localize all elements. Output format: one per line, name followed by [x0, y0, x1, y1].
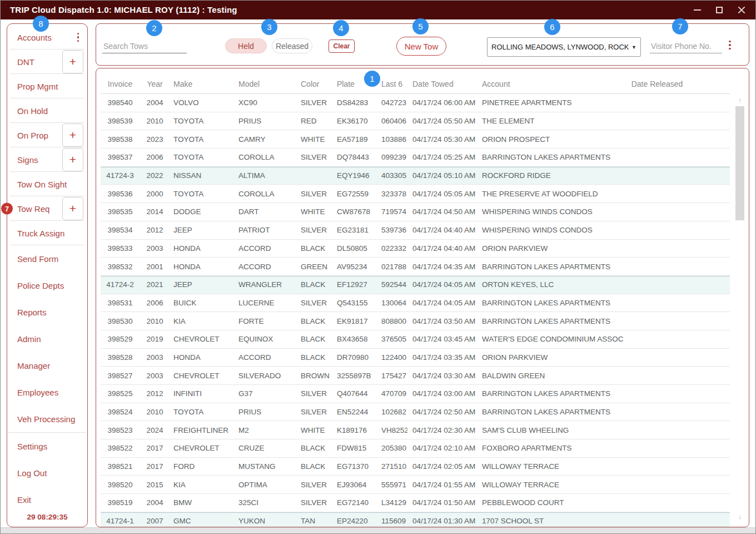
add-signs-button[interactable]: +	[62, 148, 83, 171]
toolbar-kebab-menu-icon[interactable]	[729, 39, 731, 51]
table-row[interactable]: 3985322001HONDAACCORDGREENAV952340217880…	[101, 258, 730, 276]
sidebar-item-exit[interactable]: Exit	[7, 486, 87, 513]
released-filter-button[interactable]: Released	[272, 38, 312, 53]
table-row[interactable]: 3985302010KIAFORTEBLACKEK9181780880004/1…	[101, 312, 730, 330]
sidebar-item-on-hold[interactable]: On Hold	[7, 98, 87, 123]
sidebar-item-label: Exit	[17, 495, 31, 505]
column-header-date-towed: Date Towed	[407, 80, 478, 88]
sidebar: AccountsDNT+Prop MgmtOn HoldOn Prop+Sign…	[7, 23, 88, 527]
cell-last-6: 376505	[376, 335, 407, 343]
sidebar-item-tow-req[interactable]: 7Tow Req+	[7, 196, 87, 221]
add-dnt-button[interactable]: +	[62, 50, 83, 73]
cell-color: SILVER	[297, 226, 332, 234]
add-on-prop-button[interactable]: +	[62, 123, 83, 147]
new-tow-button[interactable]: New Tow	[396, 37, 446, 56]
table-row[interactable]: 3985252012INFINITIG37SILVERQ407644470709…	[101, 385, 730, 403]
sidebar-item-manager[interactable]: Manager	[7, 352, 87, 379]
cell-plate: EN52244	[332, 408, 376, 416]
table-row[interactable]: 3985222017CHEVROLETCRUZEBLACKFDW81520538…	[101, 439, 730, 458]
cell-model: WRANGLER	[235, 280, 297, 289]
sidebar-item-employees[interactable]: Employees	[7, 379, 87, 406]
cell-model: ALTIMA	[235, 171, 297, 180]
sidebar-item-settings[interactable]: Settings	[7, 433, 87, 459]
cell-invoice: 41724-3	[101, 171, 140, 180]
sidebar-item-log-out[interactable]: Log Out	[7, 459, 87, 486]
table-row[interactable]: 3985282003HONDAACCORDBLACKDR709801224000…	[101, 349, 730, 367]
cell-make: FORD	[170, 462, 235, 471]
table-row[interactable]: 3985392010TOYOTAPRIUSREDEK3617006040604/…	[101, 112, 730, 131]
cell-color: BLACK	[297, 444, 332, 452]
table-row[interactable]: 41724-22021JEEPWRANGLERBLACKEF1292759254…	[101, 276, 730, 294]
table-row[interactable]: 3985352014DODGEDARTWHITECW8767871957404/…	[101, 203, 730, 221]
table-row[interactable]: 3985402004VOLVOXC90SILVERDS8428304272304…	[101, 94, 730, 112]
table-row[interactable]: 3985292019CHEVROLETEQUINOXBLACKBX4365837…	[101, 330, 730, 349]
cell-color: BLACK	[297, 317, 332, 325]
sidebar-item-accounts[interactable]: Accounts	[7, 25, 87, 50]
scrollbar-thumb[interactable]	[735, 106, 744, 220]
cell-account: WHISPERING WINDS CONDOS	[478, 207, 629, 216]
cell-year: 2017	[140, 462, 170, 471]
cell-color: SILVER	[297, 408, 332, 416]
table-row[interactable]: 3985272003CHEVROLETSILVERADOBROWN3255897…	[101, 367, 730, 385]
window-title: TRIP Cloud Dispatch 1.0: MICHAEL ROY (11…	[0, 5, 237, 14]
table-row[interactable]: 3985342012JEEPPATRIOTSILVEREG23181539736…	[101, 221, 730, 240]
table-row[interactable]: 41724-32022NISSANALTIMAEQY194640330504/1…	[101, 167, 730, 185]
cell-invoice: 398523	[101, 426, 140, 434]
cell-model: FORTE	[235, 317, 297, 325]
search-input[interactable]	[102, 39, 187, 53]
table-row[interactable]: 3985332003HONDAACCORDBLACKDL508050223320…	[101, 240, 730, 258]
annotation-badge-8: 8	[33, 16, 49, 32]
table-row[interactable]: 41724-12007GMCYUKONTANEP2422011560904/17…	[101, 512, 730, 527]
table-row[interactable]: 3985232024FREIGHTLINERM2WHITEK189176VH82…	[101, 421, 730, 439]
sidebar-item-on-prop[interactable]: On Prop+	[7, 123, 87, 147]
sidebar-item-police-depts[interactable]: Police Depts	[7, 272, 87, 299]
table-row[interactable]: 3985242010TOYOTAPRIUSSILVEREN52244102682…	[101, 403, 730, 422]
table-row[interactable]: 3985382023TOYOTACAMRYWHITEEA571891038860…	[101, 130, 730, 149]
cell-last-6: 115609	[376, 517, 407, 525]
sidebar-item-admin[interactable]: Admin	[7, 325, 87, 352]
table-row[interactable]: 3985192004BMW325CISILVEREG72140L3412904/…	[101, 494, 730, 512]
cell-plate: EG23181	[332, 226, 376, 234]
chevron-down-icon: ▼	[631, 44, 636, 50]
cell-date-towed: 04/17/24 05:50 AM	[407, 117, 478, 125]
table-row[interactable]: 3985312006BUICKLUCERNESILVERQ54315513006…	[101, 294, 730, 313]
table-scrollbar[interactable]: ↑ ↓	[735, 96, 745, 521]
clear-button[interactable]: Clear	[329, 39, 355, 53]
sidebar-item-dnt[interactable]: DNT+	[7, 50, 87, 74]
sidebar-item-label: Truck Assign	[17, 229, 64, 238]
add-tow-req-button[interactable]: +	[62, 197, 83, 220]
cell-plate: EQY1946	[332, 171, 376, 180]
cell-account: THE ELEMENT	[478, 117, 629, 125]
held-filter-button[interactable]: Held	[225, 38, 267, 53]
scroll-up-icon[interactable]: ↑	[735, 96, 745, 105]
cell-plate: EG72559	[332, 190, 376, 198]
table-row[interactable]: 3985362000TOYOTACOROLLASILVEREG725593233…	[101, 185, 730, 203]
sidebar-item-veh-processing[interactable]: Veh Processing	[7, 406, 87, 432]
cell-last-6: 099239	[376, 153, 407, 161]
visitor-phone-input[interactable]	[650, 39, 722, 53]
scroll-down-icon[interactable]: ↓	[735, 512, 745, 521]
sidebar-item-send-form[interactable]: Send Form	[7, 245, 87, 272]
minimize-icon[interactable]	[686, 0, 708, 19]
window-controls	[686, 0, 756, 19]
table-row[interactable]: 3985212017FORDMUSTANGBLACKEG713702715100…	[101, 458, 730, 476]
sidebar-item-reports[interactable]: Reports	[7, 299, 87, 325]
table-row[interactable]: 3985372006TOYOTACOROLLASILVERDQ784430992…	[101, 149, 730, 167]
sidebar-item-tow-on-sight[interactable]: Tow On Sight	[7, 172, 87, 196]
cell-year: 2019	[140, 335, 170, 343]
cell-last-6: 021788	[376, 263, 407, 271]
sidebar-item-prop-mgmt[interactable]: Prop Mgmt	[7, 74, 87, 98]
cell-date-towed: 04/17/24 03:30 AM	[407, 372, 478, 380]
cell-last-6: 592544	[376, 280, 407, 289]
sidebar-item-signs[interactable]: Signs+	[7, 147, 87, 172]
sidebar-item-truck-assign[interactable]: Truck Assign	[7, 221, 87, 245]
cell-plate: DS84283	[332, 98, 376, 107]
cell-date-towed: 04/17/24 04:35 AM	[407, 263, 478, 271]
location-dropdown[interactable]: ROLLING MEADOWS, LYNWOOD, ROCKFORD ▼	[487, 37, 641, 57]
cell-year: 2003	[140, 353, 170, 362]
accounts-kebab-menu-icon[interactable]	[77, 32, 79, 43]
table-row[interactable]: 3985202015KIAOPTIMASILVEREJ9306455597104…	[101, 476, 730, 494]
cell-year: 2004	[140, 98, 170, 107]
close-icon[interactable]	[730, 0, 753, 19]
maximize-icon[interactable]	[708, 0, 730, 19]
